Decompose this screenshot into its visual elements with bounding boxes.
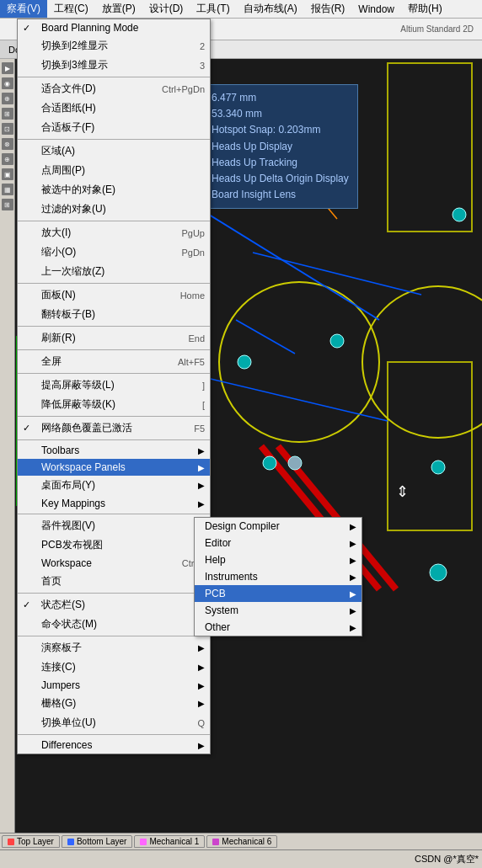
separator-11 bbox=[18, 593, 210, 594]
menu-item-pcb-release[interactable]: PCB发布视图 bbox=[18, 535, 210, 555]
submenu-item-design-compiler[interactable]: Design Compiler ▶ bbox=[195, 518, 362, 535]
sidebar-icon-8[interactable]: ▣ bbox=[2, 168, 13, 180]
menu-item-board-inspect[interactable]: 演察板子 ▶ bbox=[18, 638, 210, 658]
submenu-item-pcb[interactable]: PCB ▶ bbox=[195, 585, 362, 602]
menu-item-refresh[interactable]: 刷新(R) End bbox=[18, 328, 210, 348]
menu-item-last-zoom[interactable]: 上一次缩放(Z) bbox=[18, 262, 210, 281]
menu-item-area[interactable]: 区域(A) bbox=[18, 141, 210, 161]
menu-item-differences[interactable]: Differences ▶ bbox=[18, 737, 210, 754]
layer-tab-mechanical1[interactable]: Mechanical 1 bbox=[134, 835, 205, 848]
sidebar-icon-10[interactable]: ⊞ bbox=[2, 199, 13, 210]
tooltip-box: 6.477 mm 53.340 mm Hotspot Snap: 0.203mm… bbox=[202, 84, 358, 209]
submenu-item-system[interactable]: System ▶ bbox=[195, 602, 362, 619]
tooltip-line-5: Heads Up Tracking bbox=[212, 155, 349, 171]
bottom-layer-color bbox=[67, 839, 74, 845]
sidebar-icon-1[interactable]: ▶ bbox=[2, 62, 13, 74]
left-sidebar: ▶ ◉ ⊕ ⊞ ⊡ ⊗ ⊕ ▣ ▦ ⊞ bbox=[0, 59, 15, 833]
layer-tab-bottom[interactable]: Bottom Layer bbox=[62, 835, 132, 848]
svg-point-13 bbox=[330, 334, 344, 348]
sidebar-icon-4[interactable]: ⊞ bbox=[2, 108, 13, 120]
separator-13 bbox=[18, 734, 210, 735]
sidebar-icon-9[interactable]: ▦ bbox=[2, 184, 13, 195]
separator-4 bbox=[18, 283, 210, 284]
menu-item-fullscreen[interactable]: 全屏 Alt+F5 bbox=[18, 352, 210, 371]
svg-point-18 bbox=[430, 564, 447, 581]
menu-item-workspace[interactable]: Workspace Ctrl+` bbox=[18, 555, 210, 572]
svg-point-15 bbox=[288, 456, 302, 470]
csdn-label: CSDN @*真空* bbox=[415, 853, 479, 865]
sidebar-icon-3[interactable]: ⊕ bbox=[2, 93, 13, 104]
menu-item-filtered-obj[interactable]: 过滤的对象(U) bbox=[18, 200, 210, 219]
layer-tab-mechanical6[interactable]: Mechanical 6 bbox=[206, 835, 277, 848]
separator-12 bbox=[18, 636, 210, 636]
menu-place[interactable]: 放置(P) bbox=[95, 0, 142, 18]
menu-view[interactable]: 察看(V) bbox=[0, 0, 47, 18]
separator-1 bbox=[18, 77, 210, 77]
tooltip-line-3: Hotspot Snap: 0.203mm bbox=[212, 122, 349, 138]
menu-help[interactable]: 帮助(H) bbox=[401, 0, 449, 18]
menu-item-fit-board[interactable]: 合适板子(F) bbox=[18, 118, 210, 137]
menu-item-component-view[interactable]: 器件视图(V) bbox=[18, 516, 210, 535]
svg-point-17 bbox=[453, 208, 466, 221]
separator-6 bbox=[18, 349, 210, 350]
layer-tab-top[interactable]: Top Layer bbox=[2, 835, 60, 848]
view-dropdown-menu: ✓ Board Planning Mode 切换到2维显示 2 切换到3维显示 … bbox=[17, 19, 211, 754]
menu-project[interactable]: 工程(C) bbox=[47, 0, 95, 18]
menu-item-board-planning[interactable]: ✓ Board Planning Mode bbox=[18, 19, 210, 36]
tooltip-line-1: 6.477 mm bbox=[212, 90, 349, 106]
separator-3 bbox=[18, 221, 210, 221]
status-bar: CSDN @*真空* bbox=[0, 849, 482, 868]
menu-item-fit-doc[interactable]: 适合文件(D) Ctrl+PgDn bbox=[18, 79, 210, 99]
menu-reports[interactable]: 报告(R) bbox=[304, 0, 352, 18]
submenu-item-other[interactable]: Other ▶ bbox=[195, 619, 362, 636]
separator-9 bbox=[18, 439, 210, 440]
menu-item-flip-board[interactable]: 翻转板子(B) bbox=[18, 305, 210, 324]
sidebar-icon-2[interactable]: ◉ bbox=[2, 77, 13, 89]
menu-item-2d[interactable]: 切换到2维显示 2 bbox=[18, 36, 210, 56]
menu-item-net-color[interactable]: ✓ 网络颜色覆盖已激活 F5 bbox=[18, 418, 210, 438]
menu-item-command-status[interactable]: 命令状态(M) bbox=[18, 615, 210, 634]
menu-item-increase-mask[interactable]: 提高屏蔽等级(L) ] bbox=[18, 375, 210, 395]
submenu-item-help[interactable]: Help ▶ bbox=[195, 551, 362, 568]
mechanical6-color bbox=[212, 839, 219, 845]
menu-autoroute[interactable]: 自动布线(A) bbox=[237, 0, 304, 18]
menu-item-toolbars[interactable]: Toolbars ▶ bbox=[18, 442, 210, 459]
menu-item-selected-obj[interactable]: 被选中的对象(E) bbox=[18, 180, 210, 200]
menu-item-zoom-in[interactable]: 放大(I) PgUp bbox=[18, 223, 210, 242]
menu-item-key-mappings[interactable]: Key Mappings ▶ bbox=[18, 495, 210, 512]
menu-bar: 察看(V) 工程(C) 放置(P) 设计(D) 工具(T) 自动布线(A) 报告… bbox=[0, 0, 482, 19]
menu-item-zoom-out[interactable]: 缩小(O) PgDn bbox=[18, 242, 210, 262]
separator-7 bbox=[18, 373, 210, 374]
menu-item-grid[interactable]: 栅格(G) ▶ bbox=[18, 694, 210, 713]
menu-item-jumpers[interactable]: Jumpers ▶ bbox=[18, 677, 210, 694]
menu-item-toggle-units[interactable]: 切换单位(U) Q bbox=[18, 713, 210, 732]
menu-item-around-point[interactable]: 点周围(P) bbox=[18, 161, 210, 180]
separator-5 bbox=[18, 326, 210, 327]
menu-item-statusbar[interactable]: ✓ 状态栏(S) bbox=[18, 595, 210, 615]
menu-design[interactable]: 设计(D) bbox=[142, 0, 190, 18]
submenu-item-editor[interactable]: Editor ▶ bbox=[195, 535, 362, 551]
menu-item-3d[interactable]: 切换到3维显示 3 bbox=[18, 56, 210, 75]
svg-point-16 bbox=[431, 461, 445, 474]
workspace-panels-submenu: Design Compiler ▶ Editor ▶ Help ▶ Instru… bbox=[194, 517, 362, 636]
menu-item-desktop-layout[interactable]: 桌面布局(Y) ▶ bbox=[18, 476, 210, 495]
menu-item-connections[interactable]: 连接(C) ▶ bbox=[18, 658, 210, 677]
menu-item-home[interactable]: 首页 bbox=[18, 572, 210, 591]
menu-item-fit-sheet[interactable]: 合适图纸(H) bbox=[18, 99, 210, 118]
sidebar-icon-5[interactable]: ⊡ bbox=[2, 123, 13, 135]
submenu-item-instruments[interactable]: Instruments ▶ bbox=[195, 568, 362, 585]
menu-window[interactable]: Window bbox=[351, 2, 401, 17]
tooltip-line-6: Heads Up Delta Origin Display bbox=[212, 171, 349, 187]
sidebar-icon-6[interactable]: ⊗ bbox=[2, 138, 13, 150]
top-layer-color bbox=[8, 839, 14, 845]
menu-item-workspace-panels[interactable]: Workspace Panels ▶ bbox=[18, 459, 210, 476]
svg-text:⇕: ⇕ bbox=[396, 483, 409, 500]
svg-point-12 bbox=[238, 355, 251, 369]
layer-bar: Top Layer Bottom Layer Mechanical 1 Mech… bbox=[0, 833, 482, 849]
svg-point-14 bbox=[263, 456, 276, 470]
sidebar-icon-7[interactable]: ⊕ bbox=[2, 153, 13, 165]
menu-item-decrease-mask[interactable]: 降低屏蔽等级(K) [ bbox=[18, 395, 210, 414]
menu-item-panel[interactable]: 面板(N) Home bbox=[18, 285, 210, 305]
altium-label: Altium Standard 2D bbox=[400, 24, 479, 34]
menu-tools[interactable]: 工具(T) bbox=[190, 0, 236, 18]
